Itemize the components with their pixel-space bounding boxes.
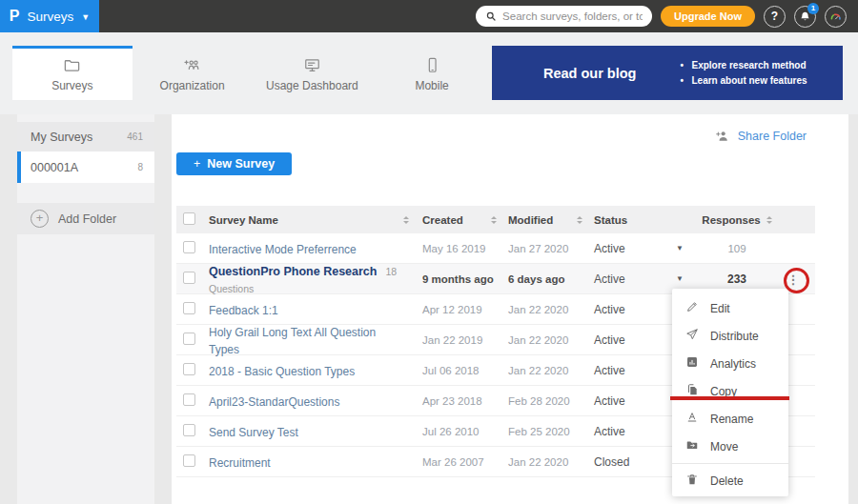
status-cell: Closed xyxy=(594,455,676,469)
select-all-checkbox[interactable] xyxy=(183,212,195,225)
question-mark-icon: ? xyxy=(771,10,778,23)
topbar-actions: Upgrade Now ? 1 xyxy=(476,6,858,28)
status-dropdown[interactable]: ▼ xyxy=(676,274,703,283)
modified-cell: Jan 22 2020 xyxy=(508,304,594,315)
banner-bullet: Learn about new features xyxy=(680,73,807,89)
module-tabs: SurveysOrganizationUsage DashboardMobile xyxy=(12,46,492,100)
menu-item-delete[interactable]: Delete xyxy=(672,467,788,494)
column-label: Modified xyxy=(508,214,553,226)
responses-cell: 109 xyxy=(703,243,771,254)
menu-item-distribute[interactable]: Distribute xyxy=(672,322,788,350)
responses-cell: 233 xyxy=(703,272,771,286)
status-dropdown[interactable]: ▼ xyxy=(676,244,703,252)
menu-item-analytics[interactable]: Analytics xyxy=(672,350,788,377)
responses-count: 233 xyxy=(727,272,746,286)
menu-item-label: Copy xyxy=(710,385,737,398)
row-checkbox[interactable] xyxy=(183,272,195,284)
chevron-down-icon: ▼ xyxy=(81,12,90,22)
folder-count: 461 xyxy=(127,131,143,142)
survey-name-wrap: 2018 - Basic Question Types xyxy=(209,362,355,379)
survey-name-link[interactable]: Recruitment xyxy=(209,456,271,470)
tab-surveys[interactable]: Surveys xyxy=(12,46,133,100)
kebab-menu-icon[interactable]: ⋮ xyxy=(787,272,800,287)
survey-name-link[interactable]: April23-StandarQuestions xyxy=(209,395,339,409)
created-date: May 16 2019 xyxy=(422,243,486,254)
created-cell: May 16 2019 xyxy=(422,243,508,254)
menu-item-label: Move xyxy=(710,440,738,454)
column-label: Status xyxy=(594,214,627,226)
created-date: Mar 26 2007 xyxy=(422,456,484,468)
help-button[interactable]: ? xyxy=(764,6,786,28)
tab-label: Mobile xyxy=(415,79,448,92)
tab-mobile[interactable]: Mobile xyxy=(372,46,492,100)
search-input[interactable] xyxy=(502,10,643,22)
sort-icon[interactable] xyxy=(577,213,582,227)
row-checkbox[interactable] xyxy=(183,454,195,467)
survey-name-cell: Recruitment xyxy=(209,454,422,471)
menu-item-label: Delete xyxy=(710,474,744,488)
tab-organization[interactable]: Organization xyxy=(133,46,253,100)
menu-item-edit[interactable]: Edit xyxy=(672,294,788,322)
row-menu-cell: ⋮ xyxy=(771,271,815,288)
folder-icon xyxy=(63,56,81,74)
upgrade-now-button[interactable]: Upgrade Now xyxy=(661,6,755,27)
menu-item-move[interactable]: Move xyxy=(672,433,788,460)
created-date: Apr 12 2019 xyxy=(422,304,482,315)
global-search[interactable] xyxy=(476,6,652,27)
created-date: 9 months ago xyxy=(422,273,494,285)
created-date: Jul 26 2010 xyxy=(422,426,479,437)
survey-name-cell: Send Survey Test xyxy=(209,423,422,440)
created-date: Apr 23 2018 xyxy=(422,395,482,407)
row-checkbox[interactable] xyxy=(183,241,195,253)
add-folder-button[interactable]: + Add Folder xyxy=(17,203,154,234)
survey-name-wrap: Recruitment xyxy=(209,454,271,471)
sort-icon[interactable] xyxy=(766,213,772,227)
menu-item-rename[interactable]: Rename xyxy=(672,405,788,433)
status-label: Active xyxy=(594,364,625,377)
share-folder-link[interactable]: Share Folder xyxy=(715,129,807,144)
status-label: Active xyxy=(594,303,625,316)
sort-icon[interactable] xyxy=(491,213,497,227)
usage-meter-button[interactable] xyxy=(825,6,847,28)
survey-name-link[interactable]: 2018 - Basic Question Types xyxy=(209,365,355,378)
banner-bullet: Explore research method xyxy=(680,58,807,73)
survey-name-link[interactable]: Send Survey Test xyxy=(209,426,298,439)
created-cell: Mar 26 2007 xyxy=(422,456,508,468)
questionpro-surveys-page: P Surveys ▼ Upgrade Now ? 1 SurveysOrgan… xyxy=(0,0,858,504)
survey-name-link[interactable]: QuestionPro Phone Research xyxy=(209,265,377,278)
created-date: Jul 06 2018 xyxy=(422,365,479,376)
menu-item-copy[interactable]: Copy xyxy=(672,377,788,405)
organization-icon xyxy=(183,56,201,74)
blog-banner[interactable]: Read our blog Explore research method Le… xyxy=(492,46,843,100)
row-checkbox[interactable] xyxy=(183,393,195,406)
notifications-button[interactable]: 1 xyxy=(794,6,816,28)
survey-name-link[interactable]: Interactive Mode Preferrence xyxy=(209,243,357,256)
created-cell: Apr 12 2019 xyxy=(422,304,508,315)
survey-name-wrap: Send Survey Test xyxy=(209,423,298,440)
tab-strip: SurveysOrganizationUsage DashboardMobile… xyxy=(0,32,858,114)
row-checkbox[interactable] xyxy=(183,302,195,314)
sidebar-item-000001a[interactable]: 000001A8 xyxy=(17,151,154,183)
created-cell: Jul 06 2018 xyxy=(422,365,508,376)
banner-bullet-list: Explore research method Learn about new … xyxy=(680,58,807,89)
survey-name-link[interactable]: Feedback 1:1 xyxy=(209,304,278,317)
row-checkbox[interactable] xyxy=(183,333,195,345)
dashboard-icon xyxy=(303,56,321,74)
share-folder-label: Share Folder xyxy=(738,130,807,143)
modified-cell: 6 days ago xyxy=(508,273,594,285)
survey-name-cell: Interactive Mode Preferrence xyxy=(209,240,422,257)
new-survey-button[interactable]: +New Survey xyxy=(176,152,292,175)
survey-name-wrap: Interactive Mode Preferrence xyxy=(209,240,357,257)
modified-date: 6 days ago xyxy=(508,273,564,285)
table-row: Interactive Mode PreferrenceMay 16 2019J… xyxy=(176,233,815,264)
row-checkbox[interactable] xyxy=(183,424,195,436)
add-folder-label: Add Folder xyxy=(58,212,116,226)
folder-label: My Surveys xyxy=(31,131,92,144)
row-checkbox[interactable] xyxy=(183,363,195,375)
tab-usage-dashboard[interactable]: Usage Dashboard xyxy=(253,46,373,100)
sidebar-item-my-surveys[interactable]: My Surveys461 xyxy=(17,122,154,151)
row-checkbox-cell xyxy=(176,454,209,471)
survey-name-link[interactable]: Holy Grail Long Text All Question Types xyxy=(209,326,376,356)
sort-icon[interactable] xyxy=(403,213,409,227)
app-switcher[interactable]: P Surveys ▼ xyxy=(0,0,99,32)
